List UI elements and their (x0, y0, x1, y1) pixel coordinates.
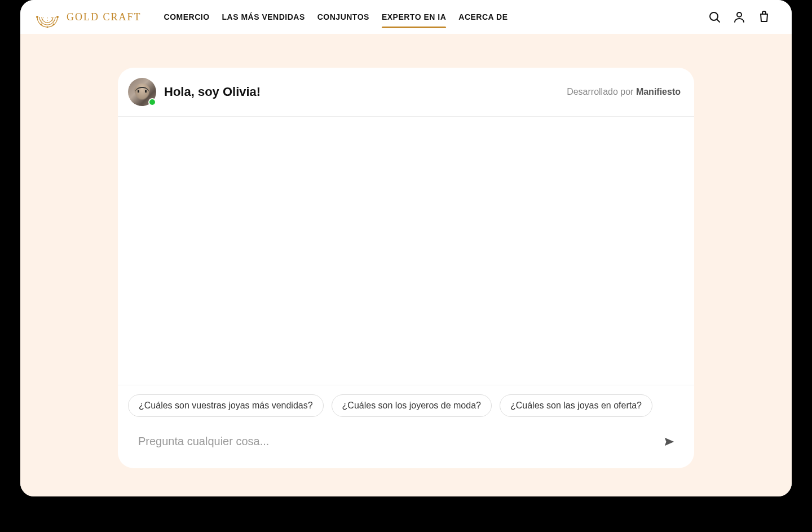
svg-point-1 (56, 16, 59, 18)
page-body: Hola, soy Olivia! Desarrollado por Manif… (20, 34, 792, 496)
nav-item-acerca-de[interactable]: ACERCA DE (458, 9, 508, 25)
svg-point-4 (47, 27, 48, 28)
nav-item-experto-ia[interactable]: EXPERTO EN IA (382, 9, 446, 25)
powered-by: Desarrollado por Manifiesto (567, 87, 681, 97)
account-icon[interactable] (732, 10, 747, 24)
svg-point-0 (36, 16, 38, 18)
shopping-bag-icon[interactable] (757, 10, 771, 24)
assistant-avatar (128, 78, 156, 106)
chat-input-row (128, 428, 684, 455)
search-icon[interactable] (707, 10, 722, 24)
app-frame: GOLD CRAFT COMERCIO LAS MÁS VENDIDAS CON… (20, 0, 792, 496)
chat-footer: ¿Cuáles son vuestras joyas más vendidas?… (118, 385, 694, 468)
suggestion-chip[interactable]: ¿Cuáles son los joyeros de moda? (332, 394, 492, 417)
chat-messages-area (118, 117, 694, 385)
presence-indicator-icon (148, 98, 156, 106)
main-nav: COMERCIO LAS MÁS VENDIDAS CONJUNTOS EXPE… (164, 9, 707, 25)
header-actions (707, 10, 771, 24)
svg-point-3 (53, 24, 55, 25)
site-header: GOLD CRAFT COMERCIO LAS MÁS VENDIDAS CON… (20, 0, 792, 34)
powered-by-brand[interactable]: Manifiesto (636, 87, 681, 96)
logo-icon (34, 6, 61, 28)
chat-input[interactable] (135, 428, 661, 455)
chat-title: Hola, soy Olivia! (164, 85, 559, 99)
svg-line-9 (717, 20, 720, 23)
powered-by-prefix: Desarrollado por (567, 87, 636, 96)
brand-logo[interactable]: GOLD CRAFT (34, 6, 142, 28)
nav-item-comercio[interactable]: COMERCIO (164, 9, 210, 25)
chat-header: Hola, soy Olivia! Desarrollado por Manif… (118, 68, 694, 117)
svg-point-10 (737, 12, 742, 17)
send-icon[interactable] (661, 434, 677, 450)
suggestion-chip[interactable]: ¿Cuáles son las joyas en oferta? (500, 394, 652, 417)
chat-card: Hola, soy Olivia! Desarrollado por Manif… (118, 68, 694, 468)
nav-item-mas-vendidas[interactable]: LAS MÁS VENDIDAS (222, 9, 305, 25)
brand-name: GOLD CRAFT (67, 11, 142, 23)
nav-item-conjuntos[interactable]: CONJUNTOS (317, 9, 369, 25)
suggestion-chips: ¿Cuáles son vuestras joyas más vendidas?… (128, 394, 684, 417)
suggestion-chip[interactable]: ¿Cuáles son vuestras joyas más vendidas? (128, 394, 324, 417)
svg-point-2 (41, 24, 42, 25)
